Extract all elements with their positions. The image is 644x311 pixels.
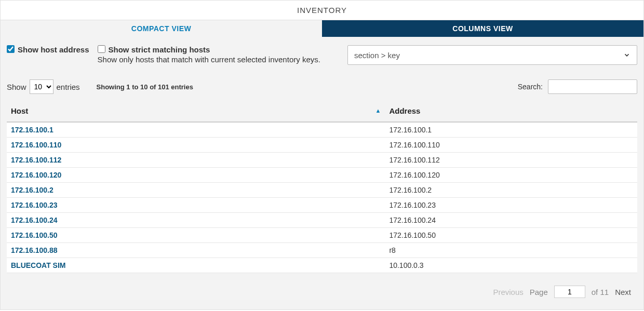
host-link[interactable]: BLUECOAT SIM: [11, 261, 66, 269]
host-cell: 172.16.100.50: [7, 228, 385, 243]
col-header-address[interactable]: Address: [385, 100, 637, 122]
show-host-address-checkbox[interactable]: [7, 45, 15, 53]
table-row: 172.16.100.110172.16.100.110: [7, 138, 637, 153]
strict-matching-label: Show strict matching hosts: [109, 45, 210, 54]
host-link[interactable]: 172.16.100.110: [11, 141, 61, 149]
host-link[interactable]: 172.16.100.23: [11, 201, 58, 209]
table-row: 172.16.100.112172.16.100.112: [7, 153, 637, 168]
host-link[interactable]: 172.16.100.2: [11, 186, 53, 194]
host-cell: 172.16.100.88: [7, 243, 385, 258]
table-row: 172.16.100.50172.16.100.50: [7, 228, 637, 243]
host-link[interactable]: 172.16.100.50: [11, 231, 58, 239]
search-group: Search:: [518, 79, 637, 94]
section-key-select[interactable]: section > key: [347, 45, 637, 65]
address-cell: 172.16.100.1: [385, 122, 637, 138]
address-cell: 172.16.100.2: [385, 183, 637, 198]
entries-select[interactable]: 10: [30, 79, 53, 94]
tab-compact-view[interactable]: COMPACT VIEW: [1, 20, 322, 37]
pager-of-label: of 11: [592, 288, 609, 296]
entries-label: entries: [57, 83, 80, 91]
tab-columns-view[interactable]: COLUMNS VIEW: [322, 20, 643, 37]
address-cell: 172.16.100.120: [385, 168, 637, 183]
entries-info: Showing 1 to 10 of 101 entries: [97, 83, 193, 91]
host-cell: 172.16.100.24: [7, 213, 385, 228]
strict-matching-group: Show strict matching hosts Show only hos…: [98, 45, 320, 64]
address-cell: 172.16.100.110: [385, 138, 637, 153]
controls-row: Show host address Show strict matching h…: [7, 45, 637, 65]
search-label: Search:: [518, 83, 543, 91]
pager: Previous Page of 11 Next: [7, 273, 637, 304]
pager-page-input[interactable]: [554, 286, 585, 298]
pager-page-label: Page: [530, 288, 548, 296]
table-row: 172.16.100.88r8: [7, 243, 637, 258]
sort-asc-icon: ▲: [375, 107, 381, 114]
col-header-host[interactable]: Host ▲: [7, 100, 385, 122]
show-entries-group: Show 10 entries: [7, 79, 80, 94]
host-cell: 172.16.100.23: [7, 198, 385, 213]
chevron-down-icon: [623, 51, 630, 59]
address-cell: 172.16.100.112: [385, 153, 637, 168]
address-cell: 10.100.0.3: [385, 258, 637, 273]
host-link[interactable]: 172.16.100.112: [11, 156, 61, 164]
view-tabs: COMPACT VIEW COLUMNS VIEW: [1, 20, 643, 37]
table-row: 172.16.100.23172.16.100.23: [7, 198, 637, 213]
host-link[interactable]: 172.16.100.24: [11, 216, 58, 224]
host-cell: BLUECOAT SIM: [7, 258, 385, 273]
address-cell: 172.16.100.50: [385, 228, 637, 243]
host-link[interactable]: 172.16.100.88: [11, 246, 58, 254]
address-cell: r8: [385, 243, 637, 258]
inventory-table: Host ▲ Address 172.16.100.1172.16.100.11…: [7, 100, 637, 273]
host-cell: 172.16.100.1: [7, 122, 385, 138]
host-link[interactable]: 172.16.100.120: [11, 171, 61, 179]
table-row: 172.16.100.120172.16.100.120: [7, 168, 637, 183]
host-cell: 172.16.100.2: [7, 183, 385, 198]
inventory-panel: INVENTORY COMPACT VIEW COLUMNS VIEW Show…: [0, 0, 644, 310]
table-row: 172.16.100.2172.16.100.2: [7, 183, 637, 198]
table-controls-row: Show 10 entries Showing 1 to 10 of 101 e…: [7, 79, 637, 94]
content-area: Show host address Show strict matching h…: [1, 37, 643, 309]
host-cell: 172.16.100.120: [7, 168, 385, 183]
host-link[interactable]: 172.16.100.1: [11, 126, 53, 134]
host-cell: 172.16.100.110: [7, 138, 385, 153]
table-row: 172.16.100.1172.16.100.1: [7, 122, 637, 138]
show-label: Show: [7, 83, 26, 91]
table-row: BLUECOAT SIM10.100.0.3: [7, 258, 637, 273]
search-input[interactable]: [548, 79, 637, 94]
show-host-address-group: Show host address: [7, 45, 89, 54]
section-key-placeholder: section > key: [354, 51, 400, 60]
pager-previous[interactable]: Previous: [493, 288, 523, 296]
col-header-host-label: Host: [11, 106, 28, 115]
show-host-address-label: Show host address: [18, 45, 89, 54]
strict-matching-help: Show only hosts that match with current …: [98, 55, 320, 64]
panel-title: INVENTORY: [1, 1, 643, 20]
host-cell: 172.16.100.112: [7, 153, 385, 168]
address-cell: 172.16.100.23: [385, 198, 637, 213]
pager-next[interactable]: Next: [615, 288, 631, 296]
strict-matching-checkbox[interactable]: [98, 45, 105, 53]
address-cell: 172.16.100.24: [385, 213, 637, 228]
table-row: 172.16.100.24172.16.100.24: [7, 213, 637, 228]
